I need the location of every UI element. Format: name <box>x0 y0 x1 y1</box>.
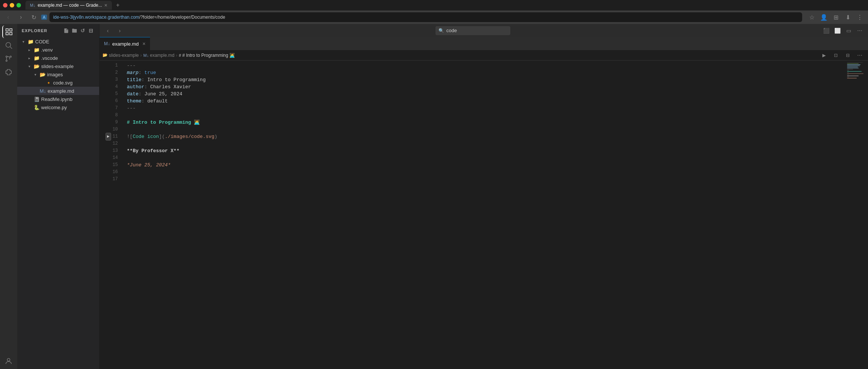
minimize-button[interactable] <box>10 3 14 7</box>
more-editor-actions-button[interactable]: ⋯ <box>855 50 865 61</box>
bookmark-star-icon[interactable]: ☆ <box>807 12 817 22</box>
source-control-activity-icon[interactable] <box>2 52 15 65</box>
new-folder-button[interactable] <box>71 27 78 34</box>
line-num-14: 14 <box>106 154 118 162</box>
code-editor[interactable]: 1 2 3 4 5 6 7 8 9 10 ▶ 11 12 13 14 <box>100 61 868 369</box>
file-name-images: images <box>47 72 63 77</box>
md-bold-text: **By Professor X** <box>127 147 179 154</box>
accounts-activity-icon[interactable] <box>2 355 15 368</box>
minimap-line <box>847 78 857 79</box>
yaml-key-marp: marp <box>127 69 138 76</box>
toggle-aux-sidebar-button[interactable]: ▭ <box>843 25 854 36</box>
code-line-4: author : Charles Xavier <box>124 83 846 90</box>
yaml-val-date: June 25, 2024 <box>144 90 182 98</box>
line-num-8: 8 <box>106 112 118 119</box>
run-preview-button[interactable]: ▶ <box>819 50 829 61</box>
minimap-line <box>847 71 862 72</box>
breadcrumb-example-md[interactable]: M↓ example.md <box>143 53 174 58</box>
code-line-11: ![Code icon](./images/code.svg) <box>124 133 846 140</box>
traffic-lights <box>3 3 21 7</box>
breadcrumb-slides-example[interactable]: 📂 slides-example <box>103 53 139 58</box>
yaml-val-author: Charles Xavier <box>150 83 191 90</box>
svg-rect-0 <box>6 29 8 31</box>
svg-point-6 <box>6 56 7 58</box>
address-bar[interactable]: ide-wss-3ljyv8n.workspace.graderthan.com… <box>49 12 802 22</box>
tree-root-code[interactable]: ▾ 📁 CODE <box>17 37 99 46</box>
folder-icon: 📁 <box>34 55 40 61</box>
file-name-venv: .venv <box>41 47 53 53</box>
tree-item-code-svg[interactable]: 🔸 code.svg <box>17 79 99 87</box>
tree-item-venv[interactable]: ▸ 📁 .venv <box>17 46 99 54</box>
breadcrumb-sep-2: › <box>176 53 177 58</box>
tree-item-welcome-py[interactable]: 🐍 welcome.py <box>17 103 99 111</box>
go-forward-button[interactable]: › <box>114 25 125 36</box>
svg-point-8 <box>6 60 7 62</box>
code-line-17 <box>124 176 846 183</box>
minimap-line <box>847 69 853 70</box>
tree-item-vscode[interactable]: ▸ 📁 .vscode <box>17 54 99 62</box>
chevron-placeholder <box>26 96 32 102</box>
breadcrumb-heading[interactable]: # # Intro to Programming 🧑‍💻 <box>179 53 235 58</box>
toggle-sidebar-button[interactable]: ⬛ <box>821 25 831 36</box>
folder-open-icon: 📂 <box>34 64 40 69</box>
chevron-down-icon: ▾ <box>26 63 32 69</box>
tree-item-readme-ipynb[interactable]: 📓 ReadMe.ipynb <box>17 95 99 103</box>
maximize-button[interactable] <box>16 3 21 7</box>
refresh-explorer-button[interactable]: ↺ <box>79 27 86 34</box>
md-header-1: # Intro to Programming <box>127 119 194 126</box>
sidebar: EXPLORER ↺ ⊟ ▾ 📁 CODE ▸ 📁 <box>17 24 100 369</box>
minimap-content <box>846 61 868 80</box>
search-activity-icon[interactable] <box>2 39 15 52</box>
split-editor-down-button[interactable]: ⊟ <box>843 50 853 61</box>
extension-icon[interactable]: ⊞ <box>831 12 841 22</box>
folder-icon-small: 📂 <box>103 53 108 58</box>
line-num-15: 15 <box>106 162 118 169</box>
yaml-val-title: Intro to Programming <box>147 76 206 83</box>
tree-item-images[interactable]: ▾ 📂 images <box>17 70 99 79</box>
minimap-line <box>847 70 849 71</box>
command-search-bar[interactable]: 🔍 <box>435 26 510 35</box>
menu-icon[interactable]: ⋮ <box>855 12 865 22</box>
tab-close-icon[interactable]: × <box>104 2 107 8</box>
new-tab-button[interactable]: + <box>113 1 122 10</box>
search-input[interactable] <box>446 28 502 33</box>
code-content[interactable]: --- marp : true title : Intro to Program… <box>124 61 846 369</box>
profile-icon[interactable]: 👤 <box>819 12 829 22</box>
line-num-6: 6 <box>106 98 118 105</box>
code-line-1: --- <box>124 62 846 69</box>
chevron-placeholder <box>32 88 38 94</box>
minimap-line <box>847 68 859 68</box>
reload-button[interactable]: ↻ <box>28 12 39 22</box>
line-numbers: 1 2 3 4 5 6 7 8 9 10 ▶ 11 12 13 14 <box>100 61 124 369</box>
go-back-button[interactable]: ‹ <box>103 25 113 36</box>
close-button[interactable] <box>3 3 7 7</box>
toggle-panel-button[interactable]: ⬜ <box>832 25 843 36</box>
extensions-activity-icon[interactable] <box>2 66 15 79</box>
forward-button[interactable]: › <box>16 12 26 22</box>
tab-close-button[interactable]: × <box>143 41 146 47</box>
editor-tab-example-md[interactable]: M↓ example.md × <box>100 37 150 50</box>
explorer-activity-icon[interactable] <box>2 25 15 38</box>
ipynb-file-icon: 📓 <box>34 96 40 102</box>
download-icon[interactable]: ⬇ <box>843 12 853 22</box>
more-actions-button[interactable]: ⋯ <box>855 25 865 36</box>
line-num-13: 13 <box>106 147 118 154</box>
minimap-line <box>847 77 849 77</box>
collapse-folders-button[interactable]: ⊟ <box>87 27 95 34</box>
minimap-line <box>847 74 849 75</box>
file-tree: ▾ 📁 CODE ▸ 📁 .venv ▸ 📁 .vscode ▾ 📂 slide… <box>17 37 99 369</box>
yaml-key-date: date <box>127 90 138 98</box>
tree-item-example-md[interactable]: M↓ example.md <box>17 87 99 95</box>
split-editor-right-button[interactable]: ⊡ <box>831 50 841 61</box>
editor-tab-bar: M↓ example.md × <box>100 37 868 50</box>
tree-item-slides-example[interactable]: ▾ 📂 slides-example <box>17 62 99 70</box>
address-path: /?folder=/home/developer/Documents/code <box>139 15 225 20</box>
file-name-example-md: example.md <box>48 88 74 94</box>
back-button[interactable]: ‹ <box>3 12 13 22</box>
browser-tab-active[interactable]: M↓ example.md — code — Grade... × <box>25 1 112 10</box>
editor-actions-bar: 📂 slides-example › M↓ example.md › # # I… <box>100 50 868 61</box>
new-file-button[interactable] <box>62 27 70 34</box>
code-line-10 <box>124 126 846 133</box>
security-icon: A <box>41 15 47 20</box>
code-line-13: **By Professor X** <box>124 147 846 154</box>
